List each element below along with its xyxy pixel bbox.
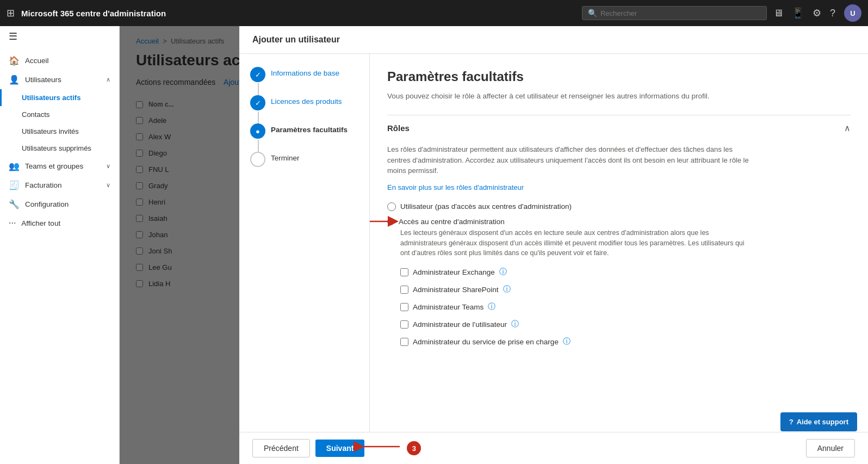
sidebar-label-configuration: Configuration [25, 200, 69, 208]
sidebar-label-utilisateurs-invites: Utilisateurs invités [22, 127, 79, 135]
checkbox-user-admin[interactable]: Administrateur de l'utilisateur ⓘ [400, 319, 851, 329]
back-button[interactable]: Précédent [252, 439, 310, 457]
info-icon-exchange[interactable]: ⓘ [499, 267, 507, 277]
step-label-parametres: Paramètres facultatifs [271, 123, 348, 134]
step-label-terminer: Terminer [271, 152, 300, 162]
roles-learn-more-link[interactable]: En savoir plus sur les rôles d'administr… [387, 183, 524, 191]
mobile-icon[interactable]: 📱 [792, 7, 804, 19]
annotation-badge-3: 3 [407, 441, 421, 455]
checkbox-user-admin-label: Administrateur de l'utilisateur [413, 320, 507, 329]
info-icon-sharepoint[interactable]: ⓘ [503, 284, 511, 294]
annotation-arrow-1 [370, 215, 396, 228]
checkbox-exchange-label: Administrateur Exchange [413, 268, 495, 276]
sidebar-nav: 🏠 Accueil 👤 Utilisateurs ∧ Utilisateurs … [0, 47, 119, 237]
cancel-button[interactable]: Annuler [806, 439, 855, 457]
config-icon: 🔧 [9, 199, 20, 209]
sidebar-item-utilisateurs-invites[interactable]: Utilisateurs invités [0, 123, 119, 140]
help-support-button[interactable]: ? Aide et support [780, 412, 857, 431]
step-licences[interactable]: ✓ Licences des produits [250, 95, 358, 110]
info-icon-service-admin[interactable]: ⓘ [563, 337, 571, 347]
step-parametres[interactable]: ● Paramètres facultatifs [250, 123, 358, 139]
step-label-informations: Informations de base [271, 67, 339, 77]
checkbox-service-admin-input[interactable] [400, 338, 408, 346]
sidebar-item-configuration[interactable]: 🔧 Configuration [0, 195, 119, 214]
checkbox-service-admin-label: Administrateur du service de prise en ch… [413, 338, 559, 346]
modal-panel: Ajouter un utilisateur ✓ Informations de… [239, 26, 868, 464]
sidebar-item-afficher-tout[interactable]: ··· Afficher tout [0, 214, 119, 232]
radio-no-access-label: Utilisateur (pas d'accès aux centres d'a… [400, 202, 572, 211]
sidebar-label-afficher-tout: Afficher tout [21, 219, 60, 227]
modal-footer: Précédent Suivant 3 [239, 432, 868, 464]
checkbox-exchange[interactable]: Administrateur Exchange ⓘ [400, 267, 851, 277]
billing-icon: 🧾 [9, 180, 20, 190]
help-support-icon: ? [789, 418, 793, 426]
sidebar-label-contacts: Contacts [22, 110, 49, 119]
step-circle-licences: ✓ [250, 95, 265, 110]
topbar: ⊞ Microsoft 365 centre d'administration … [0, 0, 868, 26]
sidebar: ☰ 🏠 Accueil 👤 Utilisateurs ∧ Utilisateur… [0, 26, 120, 464]
stepper: ✓ Informations de base ✓ Licences des pr… [239, 54, 370, 432]
checkbox-teams[interactable]: Administrateur Teams ⓘ [400, 302, 851, 312]
step-circle-parametres: ● [250, 123, 265, 139]
sidebar-item-teams[interactable]: 👥 Teams et groupes ∨ [0, 157, 119, 176]
help-icon[interactable]: ? [830, 8, 835, 19]
radio-no-access-input[interactable] [387, 202, 396, 211]
radio-admin-access-label: Accès au centre d'administration [399, 218, 505, 226]
step-circle-informations: ✓ [250, 67, 265, 82]
search-bar[interactable]: 🔍 [582, 6, 767, 20]
roles-section-title: Rôles [387, 123, 410, 133]
sidebar-item-utilisateurs-actifs[interactable]: Utilisateurs actifs [0, 89, 119, 106]
checkbox-sharepoint-label: Administrateur SharePoint [413, 286, 499, 294]
sidebar-label-utilisateurs-supprimes: Utilisateurs supprimés [22, 144, 91, 152]
sidebar-item-accueil[interactable]: 🏠 Accueil [0, 51, 119, 70]
modal-body: ✓ Informations de base ✓ Licences des pr… [239, 54, 868, 432]
sidebar-label-utilisateurs: Utilisateurs [25, 76, 61, 84]
admin-access-desc: Les lecteurs généraux disposent d'un acc… [400, 228, 748, 258]
checkbox-teams-input[interactable] [400, 303, 408, 311]
modal-title: Ajouter un utilisateur [252, 35, 340, 44]
checkbox-exchange-input[interactable] [400, 268, 408, 276]
user-icon: 👤 [9, 75, 20, 85]
checkbox-user-admin-input[interactable] [400, 320, 408, 329]
info-icon-teams[interactable]: ⓘ [488, 302, 495, 312]
more-icon: ··· [9, 218, 16, 228]
form-title: Paramètres facultatifs [387, 69, 851, 84]
sidebar-item-utilisateurs[interactable]: 👤 Utilisateurs ∧ [0, 70, 119, 89]
avatar[interactable]: U [844, 4, 861, 22]
grid-icon[interactable]: ⊞ [7, 7, 15, 19]
sidebar-label-teams: Teams et groupes [25, 162, 83, 170]
info-icon-user-admin[interactable]: ⓘ [511, 319, 519, 329]
radio-no-access[interactable]: Utilisateur (pas d'accès aux centres d'a… [387, 202, 851, 211]
form-subtitle: Vous pouvez choisir le rôle à affecter à… [387, 91, 714, 102]
search-icon: 🔍 [588, 9, 597, 17]
help-support-label: Aide et support [797, 418, 848, 426]
chevron-down-icon-2: ∨ [106, 182, 110, 189]
chevron-up-icon: ∧ [106, 76, 110, 83]
step-terminer[interactable]: Terminer [250, 152, 358, 167]
sidebar-item-contacts[interactable]: Contacts [0, 106, 119, 123]
sidebar-label-utilisateurs-actifs: Utilisateurs actifs [22, 94, 80, 102]
checkbox-sharepoint-input[interactable] [400, 286, 408, 294]
sidebar-item-utilisateurs-supprimes[interactable]: Utilisateurs supprimés [0, 140, 119, 157]
modal-form: Paramètres facultatifs Vous pouvez chois… [370, 54, 868, 432]
sidebar-label-facturation: Facturation [25, 181, 62, 189]
teams-icon: 👥 [9, 161, 20, 171]
roles-toggle-icon[interactable]: ∧ [844, 123, 851, 133]
settings-icon[interactable]: ⚙ [813, 7, 821, 19]
modal-overlay: Ajouter un utilisateur ✓ Informations de… [120, 26, 868, 464]
chevron-down-icon: ∨ [106, 163, 110, 170]
checkbox-teams-label: Administrateur Teams [413, 303, 483, 311]
main-layout: ☰ 🏠 Accueil 👤 Utilisateurs ∧ Utilisateur… [0, 26, 868, 464]
step-informations[interactable]: ✓ Informations de base [250, 67, 358, 82]
sidebar-hamburger[interactable]: ☰ [0, 26, 119, 47]
search-input[interactable] [600, 9, 761, 17]
checkbox-service-admin[interactable]: Administrateur du service de prise en ch… [400, 337, 851, 347]
modal-spacer [120, 26, 239, 464]
sidebar-item-facturation[interactable]: 🧾 Facturation ∨ [0, 176, 119, 195]
next-button[interactable]: Suivant [315, 440, 365, 457]
roles-section-header: Rôles ∧ [387, 115, 851, 139]
checkbox-sharepoint[interactable]: Administrateur SharePoint ⓘ [400, 284, 851, 294]
monitor-icon[interactable]: 🖥 [773, 8, 783, 19]
content-area: Accueil > Utilisateurs actifs Utilisateu… [120, 26, 868, 464]
step-circle-terminer [250, 152, 265, 167]
